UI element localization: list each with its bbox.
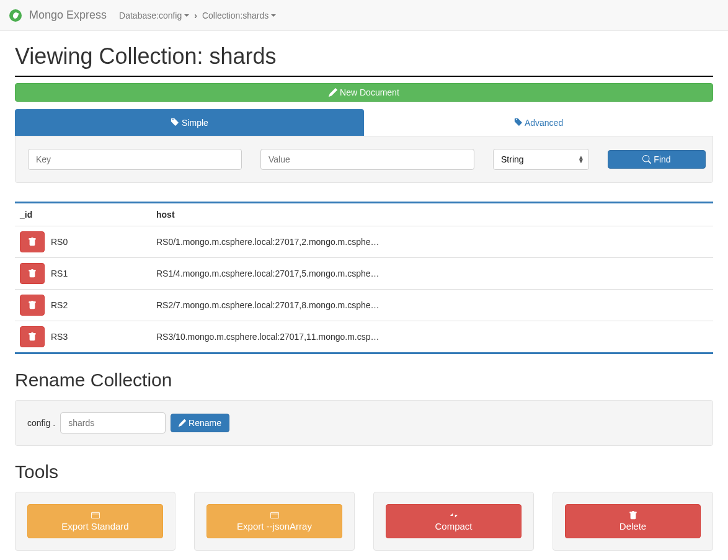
row-host: RS2/7.mongo.m.csphere.local:27017,8.mong…: [156, 300, 392, 310]
table-row[interactable]: RS3RS3/10.mongo.m.csphere.local:27017,11…: [15, 321, 713, 353]
delete-row-button[interactable]: [20, 295, 45, 316]
row-id: RS1: [51, 269, 68, 278]
brand-text: Mongo Express: [29, 9, 107, 22]
page-title: Viewing Collection: shards: [15, 43, 713, 77]
column-header-host: host: [151, 203, 713, 226]
search-icon: [642, 155, 651, 164]
row-host: RS3/10.mongo.m.csphere.local:27017,11.mo…: [156, 332, 392, 342]
logo-icon: [9, 9, 22, 22]
tags-icon: [514, 117, 523, 126]
trash-icon: [629, 511, 637, 520]
delete-row-button[interactable]: [20, 231, 45, 252]
row-id: RS0: [51, 237, 68, 247]
rename-panel: config . Rename: [15, 400, 713, 446]
rename-input[interactable]: [60, 412, 166, 433]
table-row[interactable]: RS1RS1/4.mongo.m.csphere.local:27017,5.m…: [15, 258, 713, 290]
new-document-button[interactable]: New Document: [15, 83, 713, 102]
tab-advanced[interactable]: Advanced: [364, 109, 713, 136]
trash-icon: [28, 332, 37, 341]
rename-db-label: config .: [27, 418, 55, 428]
tools-row: Export Standard Export --jsonArray Compa…: [15, 492, 713, 551]
tab-simple[interactable]: Simple: [15, 109, 364, 136]
trash-icon: [28, 301, 37, 309]
caret-down-icon: [184, 14, 189, 17]
tags-icon: [171, 117, 179, 126]
search-key-input[interactable]: [28, 149, 242, 170]
breadcrumb-database[interactable]: Database: config: [119, 11, 189, 20]
tools-heading: Tools: [15, 461, 713, 482]
export-jsonarray-button[interactable]: Export --jsonArray: [206, 504, 342, 538]
table-row[interactable]: RS2RS2/7.mongo.m.csphere.local:27017,8.m…: [15, 290, 713, 321]
rename-heading: Rename Collection: [15, 370, 713, 391]
save-icon: [91, 511, 100, 520]
delete-row-button[interactable]: [20, 263, 45, 284]
column-header-id: _id: [15, 203, 151, 226]
row-id: RS3: [51, 332, 68, 342]
row-host: RS1/4.mongo.m.csphere.local:27017,5.mong…: [156, 269, 392, 278]
row-host: RS0/1.mongo.m.csphere.local:27017,2.mong…: [156, 237, 392, 247]
breadcrumb-collection[interactable]: Collection: shards: [202, 11, 276, 20]
export-standard-button[interactable]: Export Standard: [27, 504, 163, 538]
pencil-icon: [179, 419, 186, 427]
pencil-icon: [329, 88, 337, 97]
trash-icon: [28, 269, 37, 278]
breadcrumb: Database: config › Collection: shards: [119, 11, 276, 20]
row-id: RS2: [51, 300, 68, 310]
search-panel: String ▲▼ Find: [15, 136, 713, 183]
compact-button[interactable]: Compact: [386, 504, 522, 538]
navbar: Mongo Express Database: config › Collect…: [0, 0, 728, 31]
delete-button[interactable]: Delete: [565, 504, 701, 538]
search-type-select[interactable]: String: [493, 149, 589, 170]
find-button[interactable]: Find: [608, 150, 706, 169]
chevron-right-icon: ›: [194, 11, 197, 20]
delete-row-button[interactable]: [20, 326, 45, 347]
rename-button[interactable]: Rename: [171, 414, 229, 432]
table-row[interactable]: RS0RS0/1.mongo.m.csphere.local:27017,2.m…: [15, 226, 713, 258]
search-value-input[interactable]: [260, 149, 474, 170]
brand-link[interactable]: Mongo Express: [9, 9, 107, 22]
trash-icon: [28, 238, 37, 246]
compress-icon: [450, 511, 458, 520]
documents-table: _id host RS0RS0/1.mongo.m.csphere.local:…: [15, 202, 713, 354]
search-tabs: Simple Advanced: [15, 109, 713, 136]
save-icon: [270, 511, 279, 520]
caret-down-icon: [271, 14, 276, 17]
